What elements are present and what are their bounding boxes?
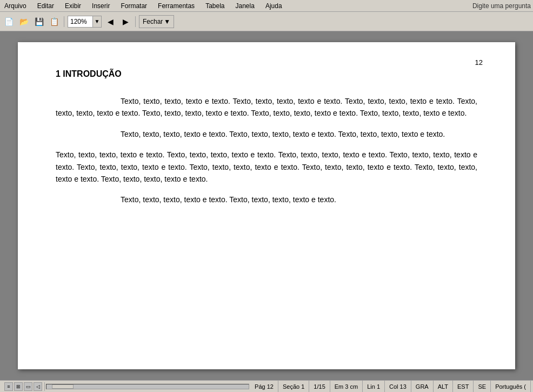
status-alt: ALT	[434, 381, 453, 392]
status-se: SE	[474, 381, 491, 392]
zoom-out-button[interactable]: ◀	[104, 15, 117, 28]
zoom-in-button[interactable]: ▶	[119, 15, 132, 28]
status-icon-2[interactable]: ⊞	[14, 382, 23, 391]
status-col: Col 13	[385, 381, 411, 392]
status-icon-3[interactable]: ▭	[24, 382, 32, 391]
separator-1	[64, 16, 64, 27]
statusbar: ≡ ⊞ ▭ ◁ Pág 12 Seção 1 1/15 Em 3 cm Lin …	[0, 380, 533, 392]
status-page: Pág 12	[250, 381, 278, 392]
horizontal-scrollbar[interactable]	[45, 381, 250, 392]
page-number: 12	[475, 58, 483, 67]
scrollbar-track	[46, 384, 249, 389]
status-gra: GRA	[411, 381, 434, 392]
menu-tabela[interactable]: Tabela	[203, 2, 226, 10]
document-area: 12 1 INTRODUÇÃO Texto, texto, texto, tex…	[0, 31, 533, 380]
zoom-control: ▼	[68, 16, 102, 28]
menu-formatar[interactable]: Formatar	[118, 2, 149, 10]
status-est: EST	[453, 381, 474, 392]
menubar: Arquivo Editar Exibir Inserir Formatar F…	[0, 0, 533, 12]
status-icon-1[interactable]: ≡	[4, 382, 13, 391]
menu-arquivo[interactable]: Arquivo	[2, 2, 29, 10]
paragraph-2: Texto, texto, texto, texto e texto. Text…	[56, 128, 477, 140]
paragraph-3: Texto, texto, texto, texto e texto. Text…	[56, 149, 477, 185]
status-section: Seção 1	[278, 381, 309, 392]
menu-exibir[interactable]: Exibir	[63, 2, 83, 10]
save-as-button[interactable]: 📋	[48, 15, 61, 28]
close-arrow: ▼	[164, 18, 170, 25]
zoom-input[interactable]	[68, 17, 92, 26]
chapter-title: 1 INTRODUÇÃO	[56, 69, 477, 79]
close-button[interactable]: Fechar ▼	[139, 15, 174, 28]
paragraph-4: Texto, texto, texto, texto e texto. Text…	[56, 194, 477, 205]
toolbar: 📄 📂 💾 📋 ▼ ◀ ▶ Fechar ▼	[0, 12, 533, 31]
menu-janela[interactable]: Janela	[234, 2, 257, 10]
open-button[interactable]: 📂	[17, 15, 30, 28]
search-hint: Digite uma pergunta	[472, 2, 531, 10]
status-icon-4[interactable]: ◁	[34, 382, 42, 391]
menu-inserir[interactable]: Inserir	[90, 2, 112, 10]
menubar-items: Arquivo Editar Exibir Inserir Formatar F…	[2, 2, 284, 10]
menu-ferramentas[interactable]: Ferramentas	[156, 2, 197, 10]
close-label: Fechar	[143, 18, 163, 25]
separator-2	[135, 16, 136, 27]
zoom-dropdown[interactable]: ▼	[92, 16, 101, 27]
status-line: Lin 1	[363, 381, 385, 392]
new-button[interactable]: 📄	[2, 15, 15, 28]
status-pages: 1/15	[309, 381, 330, 392]
paragraph-1: Texto, texto, texto, texto e texto. Text…	[56, 95, 477, 119]
status-language: Português (	[491, 381, 531, 392]
menu-ajuda[interactable]: Ajuda	[263, 2, 284, 10]
page: 12 1 INTRODUÇÃO Texto, texto, texto, tex…	[18, 42, 515, 369]
menu-editar[interactable]: Editar	[35, 2, 56, 10]
status-icons: ≡ ⊞ ▭ ◁	[2, 382, 45, 391]
scrollbar-thumb	[52, 384, 74, 389]
save-button[interactable]: 💾	[32, 15, 45, 28]
status-position: Em 3 cm	[330, 381, 363, 392]
